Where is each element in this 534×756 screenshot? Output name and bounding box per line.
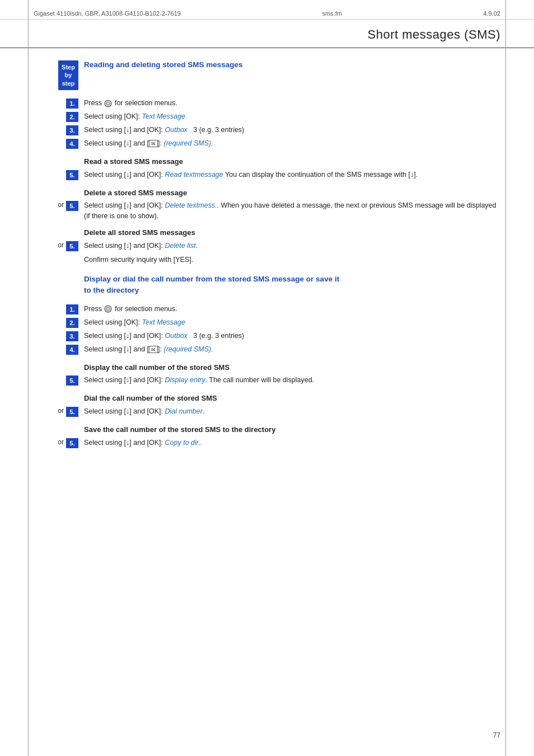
s5-step-1-row: 1. Press [34, 304, 500, 316]
section7-step5-row: or 5. Select using [↓] and [OK]: Dial nu… [34, 406, 500, 419]
section3-heading-line: Delete a stored SMS message [34, 187, 500, 199]
section6-link: Display entry [165, 376, 205, 384]
section1-heading: Reading and deleting stored SMS messages [84, 59, 500, 71]
section8-heading-line: Save the call number of the stored SMS t… [34, 424, 500, 435]
right-margin-line [504, 0, 506, 756]
s5-step-4-num: 4. [66, 345, 78, 355]
s5-step-3-num-col: 3. [34, 331, 84, 343]
left-margin-line [28, 0, 30, 756]
sms-icon-2: ✉ [149, 346, 158, 353]
s5-step-1-content: Press for selection m [84, 304, 500, 314]
section4-heading: Delete all stored SMS messages [84, 227, 500, 238]
section4-heading-line: Delete all stored SMS messages [34, 227, 500, 238]
step-4-content: Select using [↓] and [✉]: (required SMS)… [84, 138, 500, 149]
section6-step5-num-col: 5. [34, 375, 84, 387]
section8-link: Copy to dir.. [165, 439, 203, 447]
s5-step-4-content: Select using [↓] and [✉]: (required SMS)… [84, 344, 500, 355]
step-2-link: Text Message [142, 112, 185, 120]
s5-step-3-link: Outbox [165, 332, 188, 340]
section4-step5-num: 5. [66, 241, 78, 251]
step-1-num: 1. [66, 98, 78, 109]
step-4-num-col: 4. [34, 138, 84, 151]
gear-icon-2 [104, 304, 113, 313]
step-2-num-col: 2. [34, 111, 84, 124]
section3-or-label: or [58, 201, 64, 213]
svg-line-16 [106, 307, 107, 308]
section2-heading: Read a stored SMS message [84, 156, 500, 167]
section3-step5-content: Select using [↓] and [OK]: Delete textme… [84, 200, 500, 222]
header-left: Gigaset 4110isdn, GBR, A31008-G4110-B102… [34, 10, 181, 17]
section8-heading-row: Save the call number of the stored SMS t… [34, 424, 500, 435]
step-1-row: 1. Press [34, 98, 500, 110]
section8-step5-num: 5. [66, 438, 78, 448]
s5-step-1-num: 1. [66, 304, 78, 314]
svg-point-11 [107, 308, 110, 311]
section5-spacer [34, 274, 84, 275]
section7-step5-num: 5. [66, 407, 78, 417]
svg-line-18 [110, 307, 111, 308]
header-right: 4.9.02 [483, 10, 500, 17]
section3-heading-row: Delete a stored SMS message [34, 187, 500, 199]
section4-num-spacer [34, 227, 84, 228]
section3-step5-row: or 5. Select using [↓] and [OK]: Delete … [34, 200, 500, 222]
step-1-num-col: 1. [34, 98, 84, 110]
section3-step5-num: 5. [66, 201, 78, 211]
section2-link: Read textmessage [165, 171, 223, 179]
s5-step-3-row: 3. Select using [↓] and [OK]: Outbox 3 (… [34, 331, 500, 343]
s5-step-3-content: Select using [↓] and [OK]: Outbox 3 (e.g… [84, 331, 500, 341]
step-3-num-col: 3. [34, 125, 84, 137]
section4-step5-num-col: or 5. [34, 241, 84, 253]
section8-step5-content: Select using [↓] and [OK]: Copy to dir.. [84, 438, 500, 448]
section4-confirm-row: Confirm security inquiry with [YES]. [34, 255, 500, 265]
s5-step-2-row: 2. Select using [OK]: Text Message [34, 317, 500, 330]
section4-heading-row: Delete all stored SMS messages [34, 227, 500, 238]
step-3-num: 3. [66, 125, 78, 135]
s5-step-4-row: 4. Select using [↓] and [✉]: (required S… [34, 344, 500, 356]
section7-step5-num-col: or 5. [34, 406, 84, 419]
section4-confirm-spacer [34, 255, 84, 255]
section5-heading: Display or dial the call number from the… [84, 274, 500, 295]
step-4-row: 4. Select using [↓] and [✉]: (required S… [34, 138, 500, 151]
s5-step-1-num-col: 1. [34, 304, 84, 316]
section2-num-spacer [34, 156, 84, 157]
s5-step-4-num-col: 4. [34, 344, 84, 356]
section4-or-label: or [58, 241, 64, 253]
section6-step5-content: Select using [↓] and [OK]: Display entry… [84, 375, 500, 386]
section6-heading-line: Display the call number of the stored SM… [34, 362, 500, 373]
section3-num-spacer [34, 187, 84, 188]
section2-step5-content: Select using [↓] and [OK]: Read textmess… [84, 170, 500, 180]
main-content: Step by step Reading and deleting stored… [0, 59, 534, 450]
s5-step-2-num-col: 2. [34, 317, 84, 330]
page-number: 77 [493, 731, 500, 739]
svg-line-19 [106, 311, 107, 312]
step-3-link: Outbox [165, 126, 188, 134]
section2-step5-num-col: 5. [34, 170, 84, 182]
page-title-bar: Short messages (SMS) [0, 23, 534, 48]
section8-num-spacer [34, 424, 84, 425]
section4-step5-content: Select using [↓] and [OK]: Delete list. [84, 241, 500, 251]
s5-step-2-content: Select using [OK]: Text Message [84, 317, 500, 328]
section6-heading: Display the call number of the stored SM… [84, 362, 500, 373]
s5-step-2-num: 2. [66, 318, 78, 328]
step-4-num: 4. [66, 139, 78, 149]
section7-link: Dial number [165, 407, 203, 415]
section2-step5-num: 5. [66, 170, 78, 180]
svg-line-6 [106, 101, 107, 102]
section7-heading: Dial the call number of the stored SMS [84, 393, 500, 404]
step-4-italic: (required SMS). [163, 139, 213, 147]
sms-icon-1: ✉ [149, 140, 158, 147]
section3-heading: Delete a stored SMS message [84, 187, 500, 199]
section5-heading-col: Display or dial the call number from the… [84, 274, 500, 299]
header-center: sms.fm [322, 10, 341, 17]
page-title: Short messages (SMS) [368, 27, 500, 42]
section8-heading: Save the call number of the stored SMS t… [84, 424, 500, 435]
section7-or-label: or [58, 407, 64, 419]
svg-line-7 [110, 105, 111, 106]
section7-heading-row: Dial the call number of the stored SMS [34, 393, 500, 404]
section6-heading-row: Display the call number of the stored SM… [34, 362, 500, 373]
section1-content: Reading and deleting stored SMS messages [84, 59, 500, 74]
section2-heading-line: Read a stored SMS message [34, 156, 500, 167]
step-2-num: 2. [66, 112, 78, 122]
section6-num-spacer [34, 362, 84, 363]
svg-line-17 [110, 311, 111, 312]
